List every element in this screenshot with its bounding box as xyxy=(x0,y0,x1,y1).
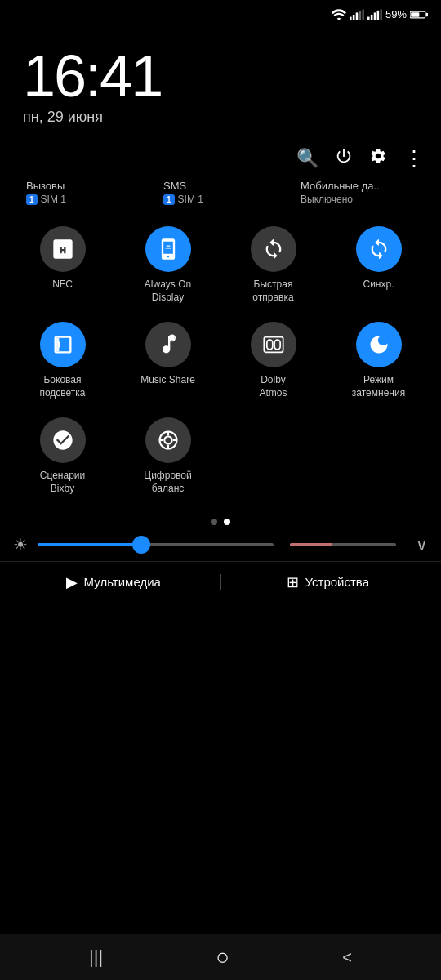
battery-percentage: 59% xyxy=(385,8,407,20)
tile-dolby-icon-wrap xyxy=(251,322,296,368)
brightness-thumb[interactable] xyxy=(132,536,150,554)
media-row: ▶ Мультимедиа ⊞ Устройства xyxy=(0,561,441,603)
tile-digital-wellbeing-icon-wrap xyxy=(145,417,191,463)
sim-calls-label: SIM 1 xyxy=(41,194,66,205)
devices-button[interactable]: ⊞ Устройства xyxy=(228,573,429,591)
svg-rect-11 xyxy=(426,12,428,16)
brightness-low-icon: ☀ xyxy=(13,535,28,555)
tile-sync-label: Синхр. xyxy=(363,278,394,292)
sim-data-title: Мобильные да... xyxy=(301,180,382,192)
clock-area: 16:41 пн, 29 июня xyxy=(0,24,441,132)
tile-sync[interactable]: Синхр. xyxy=(326,218,431,310)
page-dot-2[interactable] xyxy=(224,519,230,525)
bixby-icon xyxy=(51,429,74,452)
tile-night-mode[interactable]: Режимзатемнения xyxy=(326,314,431,406)
sim-row: Вызовы 1 SIM 1 SMS 1 SIM 1 Мобильные да.… xyxy=(0,176,441,215)
svg-rect-8 xyxy=(377,10,380,20)
sync-icon xyxy=(368,238,390,261)
night-mode-icon xyxy=(368,333,390,356)
tile-aod-icon-wrap xyxy=(145,226,191,272)
battery-icon xyxy=(410,10,428,20)
tile-nfc[interactable]: NFC xyxy=(10,218,115,310)
svg-rect-5 xyxy=(368,16,370,20)
music-share-icon xyxy=(157,333,180,356)
tile-bixby-icon-wrap xyxy=(40,417,86,463)
multimedia-icon: ▶ xyxy=(66,573,78,591)
status-bar: 59% xyxy=(0,0,441,24)
edge-lighting-icon xyxy=(51,333,74,356)
svg-rect-3 xyxy=(359,10,362,20)
tile-sync-icon-wrap xyxy=(356,226,402,272)
sim-sms-sub: 1 SIM 1 xyxy=(163,194,203,205)
tile-night-mode-icon-wrap xyxy=(356,322,402,368)
brightness-slider-track[interactable] xyxy=(38,543,274,546)
tile-nfc-icon-wrap xyxy=(40,226,86,272)
tile-dolby[interactable]: DolbyAtmos xyxy=(220,314,326,406)
clock-date: пн, 29 июня xyxy=(23,109,418,126)
sim-calls[interactable]: Вызовы 1 SIM 1 xyxy=(13,180,154,205)
page-dot-1[interactable] xyxy=(211,519,217,525)
brightness-extra-fill xyxy=(290,543,332,546)
tile-night-mode-label: Режимзатемнения xyxy=(352,374,405,399)
tile-aod-label: Always OnDisplay xyxy=(145,278,191,304)
devices-icon: ⊞ xyxy=(287,573,299,591)
tile-edge-lighting[interactable]: Боковаяподсветка xyxy=(10,314,115,406)
multimedia-button[interactable]: ▶ Мультимедиа xyxy=(13,573,214,591)
tiles-grid: NFC Always OnDisplay Быстраяотправка Син… xyxy=(0,215,441,506)
search-button[interactable]: 🔍 xyxy=(296,148,318,169)
svg-rect-6 xyxy=(371,15,373,20)
nav-recent-button[interactable]: ||| xyxy=(89,947,103,968)
svg-point-18 xyxy=(164,437,172,444)
sim-calls-badge: 1 xyxy=(26,194,38,205)
settings-button[interactable] xyxy=(369,147,387,170)
sim-data-status: Выключено xyxy=(301,194,353,205)
more-button[interactable]: ⋮ xyxy=(403,148,425,169)
brightness-row: ☀ ∨ xyxy=(0,532,441,558)
tile-edge-lighting-label: Боковаяподсветка xyxy=(39,374,85,399)
sim-calls-sub: 1 SIM 1 xyxy=(26,194,66,205)
tile-quick-share[interactable]: Быстраяотправка xyxy=(220,218,326,310)
sim-sms-title: SMS xyxy=(163,180,186,192)
svg-rect-9 xyxy=(380,9,382,20)
svg-rect-12 xyxy=(411,12,419,17)
nav-home-button[interactable]: ○ xyxy=(216,944,229,970)
clock-time: 16:41 xyxy=(23,47,418,105)
sim-sms-badge: 1 xyxy=(163,194,175,205)
svg-rect-0 xyxy=(350,16,352,20)
svg-rect-16 xyxy=(274,340,280,350)
page-dots xyxy=(0,506,441,532)
tile-digital-wellbeing[interactable]: Цифровойбаланс xyxy=(115,409,220,501)
sim-data[interactable]: Мобильные да... Выключено xyxy=(291,180,428,205)
media-divider xyxy=(220,574,221,590)
brightness-extra-track xyxy=(290,543,396,546)
quick-share-icon xyxy=(262,238,285,261)
aod-icon xyxy=(157,238,180,261)
svg-rect-2 xyxy=(356,12,359,20)
tile-music-share[interactable]: Music Share xyxy=(115,314,220,406)
tile-digital-wellbeing-label: Цифровойбаланс xyxy=(144,470,191,495)
dolby-icon xyxy=(262,333,285,356)
tile-bixby-label: СценарииBixby xyxy=(40,470,85,495)
tile-music-share-icon-wrap xyxy=(145,322,191,368)
tile-music-share-label: Music Share xyxy=(140,374,195,387)
sim-calls-title: Вызовы xyxy=(26,180,65,192)
tile-bixby[interactable]: СценарииBixby xyxy=(10,409,115,501)
tile-dolby-label: DolbyAtmos xyxy=(259,374,287,399)
tile-aod[interactable]: Always OnDisplay xyxy=(115,218,220,310)
nfc-icon xyxy=(51,238,74,261)
brightness-expand-button[interactable]: ∨ xyxy=(416,535,428,555)
wifi-icon xyxy=(332,9,346,20)
svg-rect-15 xyxy=(266,340,272,350)
sim-sms-label: SIM 1 xyxy=(178,194,203,205)
status-icons: 59% xyxy=(332,8,428,20)
nav-back-button[interactable]: < xyxy=(342,948,352,967)
tile-quick-share-label: Быстраяотправка xyxy=(252,278,293,304)
sim-sms[interactable]: SMS 1 SIM 1 xyxy=(154,180,291,205)
devices-label: Устройства xyxy=(305,575,369,589)
svg-rect-7 xyxy=(374,12,376,20)
qs-header: 🔍 ⋮ xyxy=(0,132,441,176)
power-button[interactable] xyxy=(335,147,353,170)
multimedia-label: Мультимедиа xyxy=(84,575,161,589)
tile-quick-share-icon-wrap xyxy=(251,226,296,272)
brightness-fill xyxy=(38,543,141,546)
